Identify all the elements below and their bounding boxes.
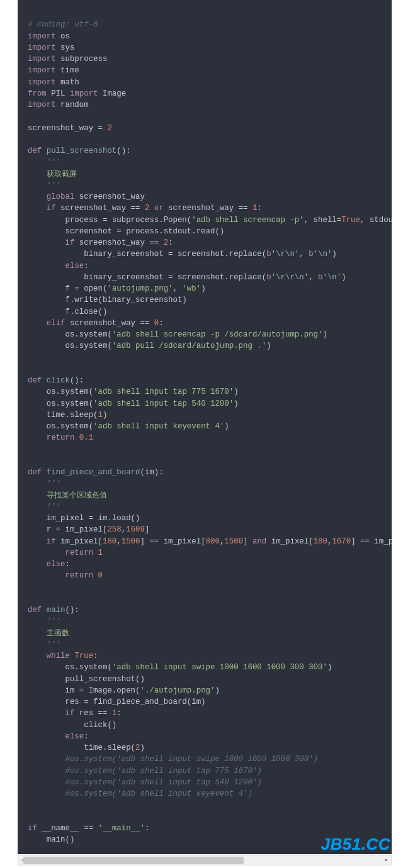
code-line	[28, 640, 47, 649]
code-line	[28, 192, 47, 201]
code-line: 主函数	[28, 629, 69, 638]
code-line: # coding: utf-8	[28, 20, 98, 29]
code-line: im = Image.open(	[28, 686, 140, 695]
scroll-right-icon[interactable]: ▸	[382, 856, 391, 865]
code-line	[28, 238, 65, 247]
code-line: os.system(	[28, 663, 112, 672]
code-line	[28, 503, 47, 511]
code-line: os.system(	[28, 422, 93, 431]
page: # coding: utf-8 import os import sys imp…	[0, 0, 403, 868]
code-line: f = open(	[28, 284, 107, 293]
code-line	[28, 262, 65, 270]
code-line	[28, 617, 47, 626]
code-line: 获取截屏	[28, 170, 77, 179]
code-line	[28, 732, 65, 741]
code-line: time.sleep(	[28, 743, 135, 752]
code-line: f.write(binary_screenshot)	[28, 296, 187, 304]
code-line: r = im_pixel[	[28, 525, 107, 534]
code-editor: # coding: utf-8 import os import sys imp…	[18, 0, 392, 854]
scrollbar-thumb[interactable]	[23, 857, 244, 864]
code-line: binary_screenshot = screenshot.replace(	[28, 250, 266, 259]
code-line: main()	[28, 835, 74, 844]
code-line	[28, 319, 47, 328]
watermark: JB51.CC	[321, 835, 390, 854]
code-line: 寻找某个区域色值	[28, 491, 107, 500]
code-line: os.system(	[28, 399, 93, 408]
code-line	[28, 204, 47, 213]
code-line: f.close()	[28, 308, 107, 316]
code-line	[28, 181, 47, 190]
code-line: process = subprocess.Popen(	[28, 216, 191, 225]
code-line	[28, 571, 65, 580]
code-line: from	[28, 89, 47, 98]
code-line: def	[28, 606, 42, 615]
code-line: binary_screenshot = screenshot.replace(	[28, 273, 266, 282]
code-line	[28, 158, 47, 167]
code-line: import	[28, 101, 56, 109]
code-line	[28, 778, 65, 787]
code-line: pull_screenshot()	[28, 675, 145, 684]
code-line	[28, 767, 65, 776]
code-line: screenshot_way =	[28, 124, 107, 133]
code-line	[28, 709, 65, 718]
code-line: os.system(	[28, 342, 112, 350]
code-line	[28, 479, 47, 488]
code-line	[28, 789, 65, 798]
code-line	[28, 652, 47, 660]
code-line: os.system(	[28, 330, 112, 339]
code-line	[28, 433, 47, 442]
code-line: os.system(	[28, 387, 93, 396]
code-line	[28, 537, 47, 546]
code-line: if	[28, 824, 37, 833]
code-line: res = find_piece_and_board(im)	[28, 698, 206, 706]
code-line: time.sleep(	[28, 411, 98, 420]
code-line: screenshot = process.stdout.read()	[28, 227, 224, 236]
code-line: import	[28, 32, 56, 41]
code-line	[28, 560, 47, 569]
code-line: import	[28, 66, 56, 75]
code-line: def	[28, 147, 42, 155]
code-line: import	[28, 78, 56, 87]
code-line: click()	[28, 721, 116, 730]
code-line: def	[28, 376, 42, 385]
code-line: def	[28, 468, 42, 477]
code-line: im_pixel = im.load()	[28, 514, 140, 523]
code-line: import	[28, 55, 56, 64]
code-line	[28, 548, 65, 557]
code-line: import	[28, 43, 56, 52]
code-line	[28, 755, 65, 764]
horizontal-scrollbar[interactable]: ◂ ▸	[18, 855, 392, 865]
